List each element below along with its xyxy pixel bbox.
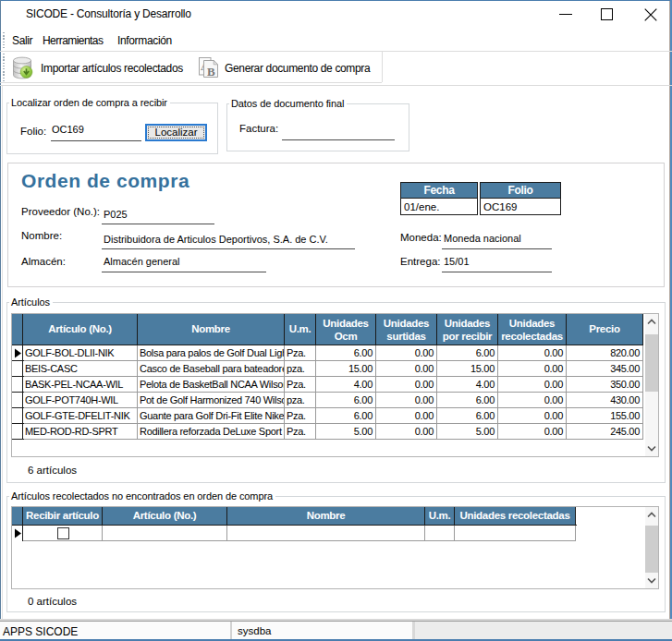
svg-text:B: B: [207, 65, 215, 79]
